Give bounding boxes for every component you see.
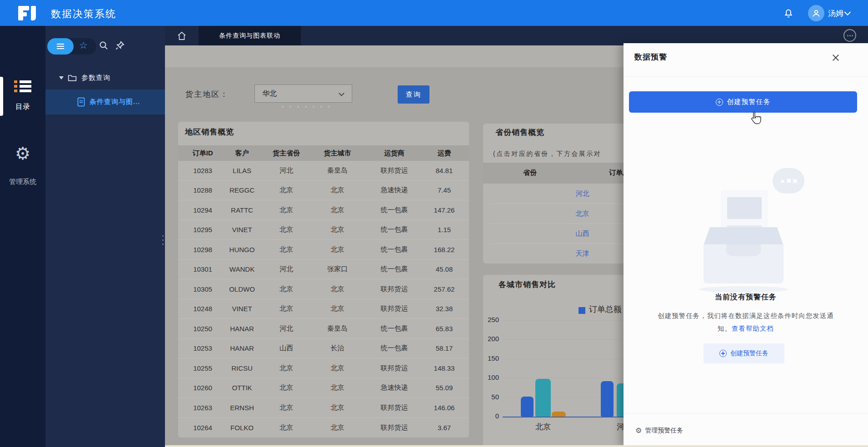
rail-item-admin[interactable]: 管理系统 (0, 178, 45, 186)
table-cell: 河北 (257, 265, 316, 273)
table-cell: 58.17 (429, 344, 459, 352)
region-col-header: 运费 (429, 149, 459, 158)
y-axis-tick-label: 250 (482, 316, 499, 323)
gear-small-icon: ⚙ (635, 427, 642, 434)
app-title: 数据决策系统 (51, 7, 116, 21)
province-link[interactable]: 山西 (576, 229, 589, 238)
table-cell: 10305 (178, 285, 227, 293)
rail-item-directory[interactable]: 目录 (0, 102, 45, 112)
user-menu-chevron-icon[interactable] (844, 9, 851, 15)
y-axis-tick-label: 200 (482, 335, 499, 343)
table-cell: 河北 (257, 166, 316, 175)
table-cell: OLDWO (227, 285, 257, 293)
table-cell: 张家口 (316, 265, 359, 273)
table-cell: 10288 (178, 186, 227, 194)
drag-dots-handle[interactable] (282, 106, 330, 108)
list-view-toggle[interactable] (47, 38, 74, 55)
tree-leaf-row-active[interactable]: 条件查询与图... (45, 89, 165, 114)
table-cell: 河北 (257, 324, 316, 333)
panel-resize-handle[interactable] (162, 233, 164, 248)
unpin-icon[interactable] (115, 40, 125, 53)
table-cell: 北京 (316, 364, 359, 372)
region-col-header: 订单ID (178, 149, 227, 158)
plus-circle-icon (719, 350, 727, 357)
app-logo-icon (18, 6, 36, 20)
province-link[interactable]: 天津 (576, 249, 589, 258)
y-axis-tick-label: 100 (482, 373, 499, 381)
province-hint: (点击对应的省份，下方会展示对 (493, 150, 601, 158)
table-row: 10298HUNGO北京北京统一包裹168.22 (178, 240, 469, 260)
table-cell: 65.83 (429, 325, 459, 333)
table-cell: 10260 (178, 384, 227, 392)
table-cell: 联邦货运 (359, 304, 429, 313)
chart-title: 各城市销售对比 (499, 279, 556, 290)
province-link[interactable]: 北京 (576, 209, 589, 218)
report-doc-icon (77, 97, 85, 107)
table-cell: 10264 (178, 424, 227, 432)
table-row: 10250HANAR河北秦皇岛统一包裹65.83 (178, 319, 469, 339)
table-cell: HANAR (227, 344, 257, 352)
table-cell: 北京 (257, 403, 316, 412)
table-cell: 急速快递 (359, 186, 429, 194)
region-sales-title: 地区销售概览 (185, 127, 234, 137)
home-tab[interactable] (165, 26, 199, 45)
table-cell: 10301 (178, 265, 227, 273)
table-cell: 北京 (257, 364, 316, 372)
help-doc-link[interactable]: 查看帮助文档 (732, 325, 774, 332)
chart-bar (521, 397, 534, 417)
table-cell: 10295 (178, 226, 227, 233)
table-cell: 联邦货运 (359, 403, 429, 412)
tab-more-icon[interactable] (843, 29, 856, 42)
table-cell: VINET (227, 226, 257, 233)
close-icon[interactable] (831, 53, 841, 63)
drawer-divider (624, 76, 868, 77)
table-cell: 146.06 (429, 404, 459, 412)
create-alert-secondary-button[interactable]: 创建预警任务 (703, 343, 784, 363)
tray-opening-illustration (703, 227, 783, 245)
favorites-star-icon[interactable]: ☆ (79, 40, 88, 51)
table-cell: 32.38 (429, 305, 459, 313)
top-bar: 数据决策系统 汤姆 (0, 0, 868, 26)
query-button[interactable]: 查询 (398, 85, 429, 104)
caret-down-icon (59, 76, 64, 79)
table-cell: 北京 (316, 403, 359, 412)
search-icon[interactable] (98, 40, 109, 53)
table-cell: 北京 (316, 383, 359, 392)
province-link[interactable]: 河北 (576, 189, 589, 198)
table-row: 10264FOLKO北京北京联邦货运3.67 (178, 418, 469, 438)
table-cell: 北京 (316, 285, 359, 293)
plus-circle-icon (716, 99, 723, 106)
table-cell: FOLKO (227, 424, 257, 432)
table-cell: 1.15 (429, 226, 459, 233)
region-col-header: 客户 (227, 149, 257, 158)
table-cell: 北京 (316, 245, 359, 254)
tree-folder-label: 参数查询 (81, 74, 110, 82)
table-cell: 急速快递 (359, 383, 429, 392)
table-cell: HANAR (227, 325, 257, 333)
notification-bell-icon[interactable] (783, 7, 795, 20)
mouse-cursor-pointer (749, 111, 763, 128)
table-cell: 联邦货运 (359, 423, 429, 432)
table-cell: 秦皇岛 (316, 166, 359, 175)
user-name[interactable]: 汤姆 (828, 8, 843, 19)
create-alert-button-label: 创建预警任务 (727, 98, 771, 106)
table-row: 10283LILAS河北秦皇岛联邦货运84.81 (178, 161, 469, 181)
table-cell: 北京 (257, 206, 316, 214)
legend-label: 订单总额 (589, 304, 622, 315)
tray-shadow-illustration (699, 286, 788, 293)
empty-state-desc-line1: 创建预警任务，我们将在数据满足这些条件时向您发送通 (636, 312, 855, 320)
region-select[interactable]: 华北 (254, 84, 352, 103)
table-cell: VINET (227, 305, 257, 313)
user-avatar[interactable] (808, 5, 824, 21)
manage-alerts-button[interactable]: ⚙ 管理预警任务 (635, 427, 683, 435)
create-alert-button[interactable]: 创建预警任务 (629, 91, 857, 113)
table-cell: 北京 (316, 206, 359, 214)
region-col-header: 运货商 (359, 149, 429, 158)
tree-folder-row[interactable]: 参数查询 (45, 69, 165, 86)
table-cell: 联邦货运 (359, 166, 429, 175)
tab-active[interactable]: 条件查询与图表联动 (199, 26, 301, 45)
create-alert-secondary-label: 创建预警任务 (730, 349, 768, 358)
table-cell: 统一包裹 (359, 344, 429, 353)
table-cell: 联邦货运 (359, 364, 429, 372)
table-cell: 45.08 (429, 265, 459, 273)
